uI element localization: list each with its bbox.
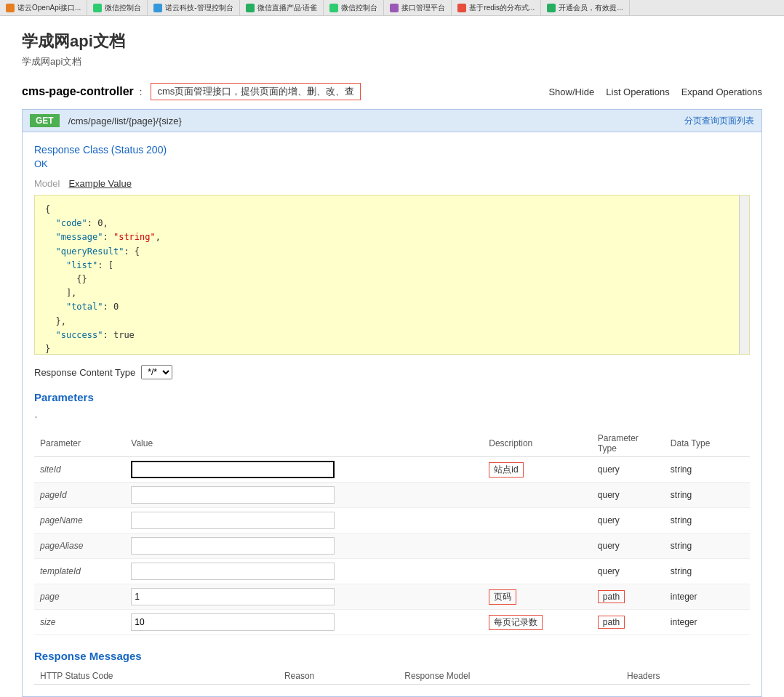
page-container: 学成网api文档 学成网api文档 cms-page-controller : … (0, 16, 784, 697)
tab-favicon (93, 4, 102, 12)
param-name: pageName (40, 515, 83, 525)
params-header-row: Parameter Value Description Parameter Ty… (34, 430, 750, 457)
tab-favicon (6, 4, 15, 12)
param-name: page (40, 592, 60, 602)
browser-tab-tab5[interactable]: 微信控制台 (324, 0, 384, 15)
code-block: { "code": 0, "message": "string", "query… (34, 195, 750, 355)
col-value: Value (125, 430, 483, 457)
browser-tab-tab1[interactable]: 诺云OpenApi接口... (0, 0, 87, 15)
param-data-type-cell: integer (665, 610, 750, 635)
param-type-cell: query (592, 533, 665, 559)
endpoint-description: 分页查询页面列表 (684, 115, 754, 127)
tab-favicon (153, 4, 162, 12)
response-content-type-label: Response Content Type (34, 367, 135, 378)
param-description-box: 页码 (489, 589, 516, 605)
controller-actions: Show/Hide List Operations Expand Operati… (548, 86, 762, 97)
param-value-input[interactable] (131, 613, 335, 631)
controller-header: cms-page-controller : cms页面管理接口，提供页面的增、删… (22, 83, 762, 100)
controller-name: cms-page-controller (22, 85, 134, 98)
param-value-cell (125, 508, 483, 533)
controller-colon: : (140, 86, 143, 97)
page-title: 学成网api文档 (22, 31, 762, 52)
col-headers: Headers (621, 668, 750, 685)
param-name: pageAliase (40, 541, 83, 551)
param-value-cell (125, 533, 483, 559)
param-type-cell: query (592, 508, 665, 533)
param-value-cell (125, 610, 483, 635)
content-area: Response Class (Status 200) OK Model Exa… (22, 132, 762, 697)
tab-label: 微信直播产品·语雀 (257, 3, 318, 13)
param-value-cell (125, 584, 483, 610)
param-description-cell: 站点id (483, 457, 592, 483)
param-type-box: path (598, 616, 625, 629)
tab-example-value[interactable]: Example Value (68, 178, 131, 189)
endpoint-bar[interactable]: GET /cms/page/list/{page}/{size} 分页查询页面列… (22, 109, 762, 132)
param-description-cell (483, 508, 592, 533)
param-name-cell: pageAliase (34, 533, 125, 559)
param-value-input[interactable] (131, 537, 335, 555)
param-name-cell: page (34, 584, 125, 610)
expand-operations-link[interactable]: Expand Operations (681, 86, 762, 97)
param-description-cell: 页码 (483, 584, 592, 610)
param-data-type-cell: string (665, 559, 750, 584)
endpoint-path: /cms/page/list/{page}/{size} (68, 116, 684, 126)
tab-label: 基于redis的分布式... (469, 3, 535, 13)
param-description-box: 每页记录数 (489, 615, 543, 630)
model-tabs: Model Example Value (34, 178, 750, 189)
browser-tabs: 诺云OpenApi接口...微信控制台诺云科技-管理控制台微信直播产品·语雀微信… (0, 0, 784, 16)
param-value-cell (125, 559, 483, 584)
param-value-input[interactable] (131, 512, 335, 529)
browser-tab-tab8[interactable]: 开通会员，有效提... (541, 0, 629, 15)
param-type-box: path (598, 590, 625, 603)
table-row: page页码pathinteger (34, 584, 750, 610)
browser-tab-tab6[interactable]: 接口管理平台 (384, 0, 452, 15)
browser-tab-tab2[interactable]: 微信控制台 (87, 0, 148, 15)
table-row: pageAliasequerystring (34, 533, 750, 559)
param-name: size (40, 617, 55, 627)
table-row: pageNamequerystring (34, 508, 750, 533)
tab-favicon (329, 4, 338, 12)
parameters-table: Parameter Value Description Parameter Ty… (34, 430, 750, 635)
controller-description: cms页面管理接口，提供页面的增、删、改、查 (151, 83, 361, 100)
param-value-cell (125, 483, 483, 508)
tab-label: 微信控制台 (341, 3, 377, 13)
browser-tab-tab3[interactable]: 诺云科技-管理控制台 (148, 0, 239, 15)
tab-favicon (390, 4, 399, 12)
show-hide-link[interactable]: Show/Hide (548, 86, 594, 97)
tab-label: 诺云科技-管理控制台 (165, 3, 233, 13)
list-operations-link[interactable]: List Operations (606, 86, 669, 97)
param-value-input[interactable] (131, 461, 335, 478)
col-reason: Reason (279, 668, 399, 685)
table-row: size每页记录数pathinteger (34, 610, 750, 635)
param-value-input[interactable] (131, 588, 335, 605)
tab-label: 接口管理平台 (401, 3, 445, 13)
response-messages-title: Response Messages (34, 650, 750, 662)
scrollbar[interactable] (739, 196, 749, 354)
tab-model[interactable]: Model (34, 178, 60, 189)
param-type-cell: query (592, 559, 665, 584)
param-type-cell: path (592, 584, 665, 610)
response-messages-table: HTTP Status Code Reason Response Model H… (34, 668, 750, 685)
param-value-input[interactable] (131, 563, 335, 580)
col-data-type: Data Type (665, 430, 750, 457)
param-value-input[interactable] (131, 486, 335, 504)
param-name-cell: pageId (34, 483, 125, 508)
param-name: pageId (40, 490, 67, 500)
tab-label: 诺云OpenApi接口... (17, 3, 81, 13)
browser-tab-tab4[interactable]: 微信直播产品·语雀 (240, 0, 324, 15)
param-data-type-cell: string (665, 508, 750, 533)
browser-tab-tab7[interactable]: 基于redis的分布式... (452, 0, 541, 15)
col-parameter-type: Parameter Type (592, 430, 665, 457)
param-name-cell: siteId (34, 457, 125, 483)
parameters-section: Parameters · Parameter Value Description… (34, 391, 750, 635)
param-type-cell: query (592, 483, 665, 508)
table-row: siteId站点idquerystring (34, 457, 750, 483)
response-class-title: Response Class (Status 200) (34, 144, 750, 156)
param-type-cell: query (592, 457, 665, 483)
tab-favicon (547, 4, 556, 12)
content-type-select[interactable]: */* (141, 365, 172, 379)
param-name-cell: size (34, 610, 125, 635)
code-content: { "code": 0, "message": "string", "query… (45, 203, 739, 355)
param-data-type-cell: integer (665, 584, 750, 610)
param-name: siteId (40, 464, 61, 475)
